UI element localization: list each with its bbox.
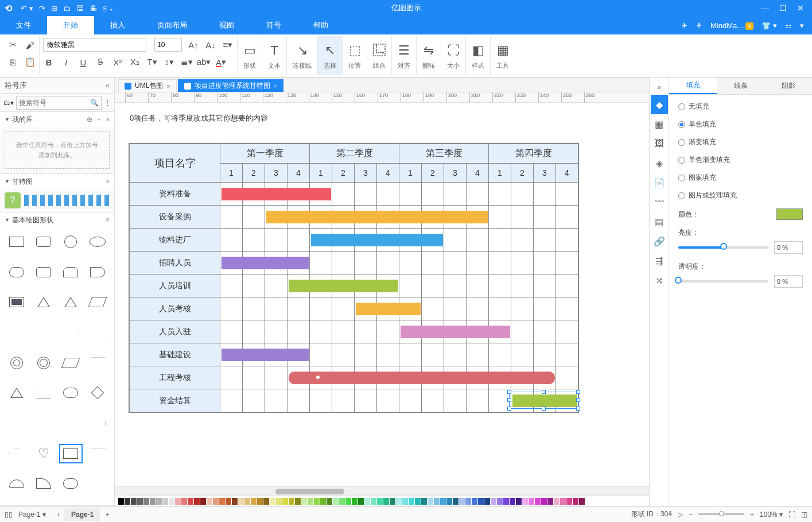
gantt-shape-row[interactable]: ?: [0, 189, 114, 212]
save-icon[interactable]: 🖫: [76, 4, 84, 13]
case-icon[interactable]: ab▾: [198, 56, 209, 68]
shape-semic[interactable]: [5, 474, 28, 493]
close-tab-icon[interactable]: ×: [274, 83, 277, 90]
palette-swatch[interactable]: [491, 498, 496, 505]
export-icon[interactable]: ⎘ ▾: [103, 4, 114, 13]
palette-swatch[interactable]: [314, 498, 320, 505]
search-input[interactable]: [19, 99, 90, 107]
random-tool-icon[interactable]: ⤮: [651, 270, 668, 290]
palette-swatch[interactable]: [295, 498, 301, 505]
palette-swatch[interactable]: [219, 498, 225, 505]
horizontal-scrollbar[interactable]: [115, 486, 649, 496]
palette-swatch[interactable]: [364, 498, 370, 505]
close-gantt-icon[interactable]: ×: [106, 177, 110, 185]
color-swatch[interactable]: [776, 208, 803, 220]
palette-swatch[interactable]: [270, 498, 275, 505]
table-tool-icon[interactable]: ▤: [651, 212, 668, 231]
gantt-section-header[interactable]: ▼甘特图×: [0, 174, 114, 189]
palette-swatch[interactable]: [194, 498, 200, 505]
font-color-icon[interactable]: A▾: [215, 56, 227, 68]
radio-nofill[interactable]: 无填充: [678, 102, 803, 111]
palette-swatch[interactable]: [415, 498, 421, 505]
more-icon[interactable]: ⋮: [104, 99, 111, 107]
palette-swatch[interactable]: [440, 498, 446, 505]
palette-swatch[interactable]: [573, 498, 578, 505]
shape-trap3[interactable]: [86, 444, 110, 463]
shape-ring[interactable]: [5, 353, 28, 373]
menu-insert[interactable]: 插入: [94, 16, 141, 34]
radio-solid[interactable]: 单色填充: [678, 119, 803, 129]
shape-tri[interactable]: [32, 292, 55, 312]
prev-page-icon[interactable]: ‹: [57, 511, 60, 519]
copy-icon[interactable]: ⎘: [7, 56, 18, 68]
shape-rnd2[interactable]: [32, 262, 55, 282]
shape-pill[interactable]: [5, 262, 28, 282]
page-select[interactable]: Page-1 ▾: [18, 511, 46, 519]
shape-hex[interactable]: [5, 323, 28, 342]
paste-icon[interactable]: 📋: [24, 56, 36, 68]
palette-swatch[interactable]: [478, 498, 484, 505]
send-icon[interactable]: ✈: [681, 21, 687, 30]
font-family-select[interactable]: [43, 38, 146, 52]
palette-swatch[interactable]: [547, 498, 553, 505]
palette-swatch[interactable]: [377, 498, 383, 505]
spacing-icon[interactable]: T▾: [146, 56, 158, 68]
flip-button[interactable]: ⇋翻转: [417, 36, 441, 75]
shape-heart[interactable]: ♡: [32, 444, 55, 463]
palette-swatch[interactable]: [131, 498, 137, 505]
fit-page-icon[interactable]: ⛶: [788, 511, 795, 519]
palette-swatch[interactable]: [162, 498, 168, 505]
present-icon[interactable]: ▷: [678, 511, 683, 519]
zoom-in-icon[interactable]: +: [750, 511, 754, 519]
palette-swatch[interactable]: [137, 498, 143, 505]
new-icon[interactable]: ⊞: [51, 4, 57, 13]
palette-swatch[interactable]: [402, 498, 408, 505]
palette-swatch[interactable]: [257, 498, 263, 505]
palette-swatch[interactable]: [150, 498, 156, 505]
palette-swatch[interactable]: [554, 498, 560, 505]
palette-swatch[interactable]: [503, 498, 509, 505]
shape-rndrect[interactable]: [32, 232, 55, 252]
strike-icon[interactable]: S̶: [95, 56, 106, 68]
palette-swatch[interactable]: [232, 498, 238, 505]
add-lib-icon[interactable]: ⊕: [87, 115, 92, 123]
shape-trap2[interactable]: [86, 353, 110, 373]
palette-swatch[interactable]: [175, 498, 181, 505]
palette-swatch[interactable]: [566, 498, 572, 505]
shape-para2[interactable]: [59, 353, 83, 373]
connector-button[interactable]: ↘连接线: [287, 36, 318, 75]
shape-rnd3[interactable]: [59, 262, 83, 282]
palette-swatch[interactable]: [579, 498, 585, 505]
style-button[interactable]: ◧样式: [466, 36, 491, 75]
radio-pattern[interactable]: 图案填充: [678, 173, 803, 183]
font-shrink-icon[interactable]: A↓: [205, 39, 216, 51]
palette-swatch[interactable]: [510, 498, 515, 505]
tree-tool-icon[interactable]: ⇶: [651, 251, 668, 270]
zoom-label[interactable]: 100% ▾: [760, 511, 783, 519]
shape-cap[interactable]: [59, 383, 83, 403]
palette-swatch[interactable]: [169, 498, 174, 505]
shape-ring2[interactable]: [32, 353, 55, 373]
palette-swatch[interactable]: [409, 498, 414, 505]
plus-icon[interactable]: +: [97, 115, 101, 123]
palette-swatch[interactable]: [276, 498, 282, 505]
palette-swatch[interactable]: [446, 498, 452, 505]
palette-swatch[interactable]: [535, 498, 541, 505]
open-icon[interactable]: 🗀: [63, 4, 71, 13]
maximize-icon[interactable]: ☐: [779, 3, 787, 13]
apps-icon[interactable]: ⚏: [785, 21, 792, 30]
shape-ellipse[interactable]: [86, 232, 110, 252]
palette-swatch[interactable]: [118, 498, 124, 505]
size-button[interactable]: ⛶大小: [441, 36, 466, 75]
shape-oct[interactable]: [59, 323, 83, 342]
menu-layout[interactable]: 页面布局: [141, 16, 203, 34]
tshirt-icon[interactable]: 👕 ▾: [762, 21, 777, 30]
palette-swatch[interactable]: [472, 498, 477, 505]
tool-button[interactable]: ▦工具: [491, 36, 515, 75]
redo-icon[interactable]: ↷: [39, 4, 45, 13]
tab-fill[interactable]: 填充: [669, 78, 717, 94]
shape-selected-square[interactable]: [59, 444, 83, 463]
palette-swatch[interactable]: [465, 498, 471, 505]
link-tool-icon[interactable]: 🔗: [651, 231, 668, 251]
menu-view[interactable]: 视图: [203, 16, 250, 34]
